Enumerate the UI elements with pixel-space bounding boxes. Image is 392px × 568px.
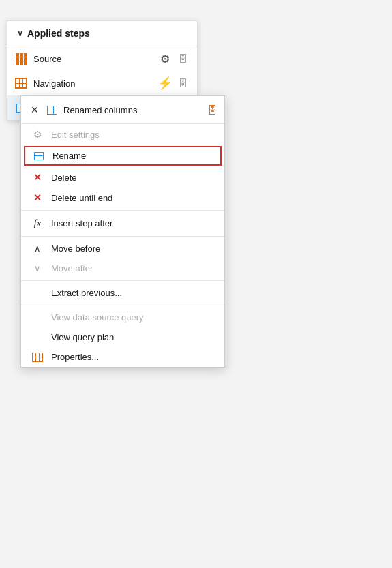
- insert-step-after-label: Insert step after: [51, 218, 112, 228]
- step-source[interactable]: Source ⚙ 🗄: [7, 46, 197, 71]
- menu-rename[interactable]: Rename: [24, 146, 222, 166]
- panel-header: ∨ Applied steps: [7, 21, 197, 46]
- rename-icon: [32, 152, 46, 160]
- delete-until-end-icon: ✕: [31, 192, 44, 203]
- source-icon: [14, 52, 28, 65]
- navigation-cylinder-button[interactable]: 🗄: [175, 76, 190, 91]
- menu-edit-settings[interactable]: ⚙ Edit settings: [21, 124, 224, 145]
- rename-label: Rename: [52, 151, 86, 161]
- navigation-icon: [14, 76, 28, 90]
- move-after-label: Move after: [51, 263, 93, 273]
- extract-previous-label: Extract previous...: [51, 288, 122, 298]
- delete-label: Delete: [51, 173, 77, 183]
- source-actions: ⚙ 🗄: [157, 51, 190, 66]
- divider-3: [21, 280, 224, 281]
- divider-2: [21, 236, 224, 237]
- source-label: Source: [33, 54, 152, 64]
- menu-move-before[interactable]: ∧ Move before: [21, 239, 224, 258]
- delete-icon: ✕: [31, 172, 44, 183]
- source-gear-button[interactable]: ⚙: [157, 51, 172, 66]
- menu-view-query-plan[interactable]: View query plan: [21, 327, 224, 347]
- fx-icon: fx: [31, 218, 44, 229]
- menu-view-data-source-query[interactable]: View data source query: [21, 308, 224, 327]
- menu-delete-until-end[interactable]: ✕ Delete until end: [21, 188, 224, 208]
- menu-properties[interactable]: Properties...: [21, 347, 224, 367]
- chevron-up-icon: ∧: [31, 243, 44, 254]
- source-cylinder-button[interactable]: 🗄: [175, 51, 190, 66]
- divider-1: [21, 210, 224, 211]
- move-before-label: Move before: [51, 243, 100, 254]
- view-query-plan-label: View query plan: [51, 332, 114, 342]
- menu-move-after[interactable]: ∨ Move after: [21, 258, 224, 278]
- context-menu: ✕ Renamed columns 🗄 ⚙ Edit settings Rena…: [20, 95, 225, 368]
- context-cylinder-icon: 🗄: [207, 104, 217, 116]
- context-menu-header: ✕ Renamed columns 🗄: [21, 96, 224, 124]
- panel-title: Applied steps: [27, 28, 90, 39]
- divider-4: [21, 305, 224, 305]
- chevron-down-icon: ∨: [31, 263, 44, 273]
- context-menu-close-button[interactable]: ✕: [25, 100, 44, 119]
- edit-settings-label: Edit settings: [51, 130, 100, 140]
- navigation-actions: ⚡ 🗄: [157, 76, 190, 91]
- collapse-chevron[interactable]: ∨: [17, 29, 23, 38]
- navigation-label: Navigation: [33, 78, 152, 89]
- step-navigation[interactable]: Navigation ⚡ 🗄: [7, 71, 197, 95]
- properties-label: Properties...: [51, 352, 99, 362]
- menu-extract-previous[interactable]: Extract previous...: [21, 283, 224, 303]
- menu-delete[interactable]: ✕ Delete: [21, 167, 224, 188]
- context-step-icon: [44, 102, 59, 117]
- view-data-source-query-label: View data source query: [51, 312, 144, 323]
- context-step-label: Renamed columns: [63, 105, 207, 115]
- delete-until-end-label: Delete until end: [51, 193, 112, 203]
- menu-insert-step-after[interactable]: fx Insert step after: [21, 213, 224, 234]
- gear-icon: ⚙: [31, 129, 44, 140]
- navigation-bolt-button[interactable]: ⚡: [157, 76, 172, 91]
- properties-icon: [31, 353, 44, 362]
